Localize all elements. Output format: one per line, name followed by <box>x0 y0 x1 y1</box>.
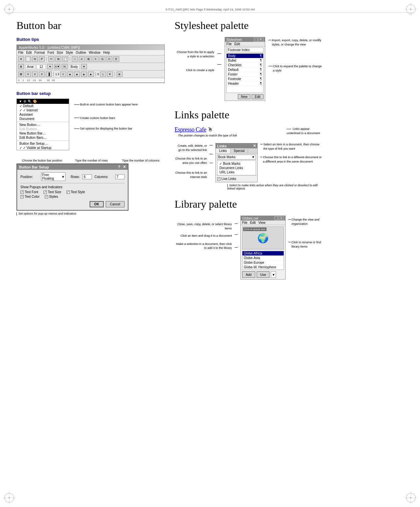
toolbar-btn-t7[interactable]: ▲ <box>67 72 73 77</box>
toolbar-btn-10[interactable]: ⊕ <box>18 64 24 69</box>
toolbar-btn-t12[interactable]: ▼ <box>107 72 113 77</box>
library-menu-file[interactable]: File <box>242 221 247 224</box>
library-use-dropdown[interactable]: ▼ <box>271 271 276 278</box>
stylesheet-minimize-icon[interactable]: - <box>254 38 258 42</box>
menu-font[interactable]: Font <box>47 51 54 54</box>
espresso-link[interactable]: Espresso Cafe <box>175 126 206 133</box>
style-item-footer[interactable]: Footer ¶ <box>227 72 263 77</box>
library-menu-view[interactable]: View <box>258 221 266 224</box>
toolbar-btn-cut[interactable]: ✂ <box>48 56 54 62</box>
stylesheet-edit-btn[interactable]: Edit <box>252 94 263 99</box>
library-add-btn[interactable]: Add <box>242 271 255 278</box>
menu-edit[interactable]: Edit <box>26 51 32 54</box>
toolbar-btn-t1[interactable]: ⊠ <box>18 72 24 77</box>
menu-item-new-button-bar[interactable]: New Button Bar.... <box>17 131 69 135</box>
menu-item-default[interactable]: Default <box>17 104 69 108</box>
ok-button[interactable]: OK <box>90 201 104 207</box>
checkbox-text-style-box[interactable] <box>67 191 70 194</box>
toolbar-btn-draw[interactable]: □ <box>72 56 78 62</box>
menu-size[interactable]: Size <box>57 51 63 54</box>
menu-outline[interactable]: Outline <box>76 51 86 54</box>
links-palette-close-icon[interactable]: ✕ <box>253 144 256 148</box>
rows-input[interactable]: 6 <box>82 174 92 179</box>
appleworks-toolbar-row2: ⊕ Arial 12 ▼ A▼ N Body ▼ <box>17 63 164 71</box>
style-item-checklist[interactable]: Checklist ¶ <box>227 63 263 68</box>
font-size[interactable]: 12 <box>37 64 46 69</box>
menu-help[interactable]: Help <box>103 51 110 54</box>
toolbar-btn-t13[interactable]: ⊞ <box>117 72 123 77</box>
menu-item-document[interactable]: Document <box>17 117 69 121</box>
links-dropdown[interactable]: Book Marks ▼ <box>217 155 256 160</box>
menu-item-assistant[interactable]: Assistant <box>17 112 69 117</box>
menu-item-edit-button-bars[interactable]: Edit Button Bars.... <box>17 135 69 140</box>
menu-item-visible[interactable]: ✓ Visible at Startup <box>17 146 69 150</box>
toolbar-btn-arrow2[interactable]: ▼ <box>47 64 53 69</box>
style-item-default[interactable]: Default ¶ <box>227 68 263 72</box>
toolbar-btn-3[interactable]: P <box>39 56 45 62</box>
library-close-icon[interactable]: ✕ <box>279 216 284 220</box>
position-select[interactable]: Free Floating ▼ <box>41 172 66 181</box>
stylesheet-close-icon[interactable]: ✕ <box>258 38 264 42</box>
checkbox-styles-box[interactable] <box>45 195 48 198</box>
links-item-doc-links[interactable]: Document Links <box>218 166 255 170</box>
style-item-body[interactable]: Body ¶ <box>227 54 263 58</box>
checkbox-text-size-box[interactable] <box>43 191 47 194</box>
toolbar-btn-arrow3[interactable]: ▼ <box>81 64 87 69</box>
lib-item-africa[interactable]: Globe-Africa <box>242 251 284 256</box>
library-menu-edit[interactable]: Edit <box>250 221 256 224</box>
style-dropdown[interactable]: Body <box>69 64 80 69</box>
library-use-btn[interactable]: Use <box>257 271 270 278</box>
style-item-footnote[interactable]: Footnote ¶ <box>227 77 263 81</box>
style-item-bullet[interactable]: Bullet ¶ <box>227 58 263 63</box>
toolbar-btn-9[interactable]: E <box>113 56 119 62</box>
dialog-close-btn[interactable]: ✕ <box>123 165 126 169</box>
menu-format[interactable]: Format <box>34 51 45 54</box>
toolbar-btn-8[interactable]: C <box>106 56 112 62</box>
toolbar-btn-6[interactable]: ≡ <box>93 56 98 62</box>
columns-input[interactable]: 7 <box>115 174 125 179</box>
toolbar-btn-t2[interactable]: ≡ <box>25 72 31 77</box>
lib-item-europe[interactable]: Globe-Europe <box>242 260 284 265</box>
toolbar-btn-2[interactable]: N <box>32 56 38 62</box>
style-item-header[interactable]: Header ¶ <box>227 81 263 86</box>
toolbar-btn-5[interactable]: ⊞ <box>86 56 92 62</box>
toolbar-btn-arrow[interactable]: ▼ <box>18 56 24 62</box>
toolbar-btn-t5[interactable]: ▐ <box>46 72 52 77</box>
menu-item-new-button[interactable]: New Button.... <box>17 123 69 127</box>
toolbar-btn-copy[interactable]: ⧉ <box>55 56 61 62</box>
toolbar-btn-new[interactable]: 📄 <box>25 56 31 62</box>
toolbar-btn-t6[interactable]: ≡ <box>60 72 66 77</box>
checkbox-text-font-box[interactable] <box>20 191 24 194</box>
stylesheet-new-btn[interactable]: New <box>238 94 250 99</box>
toolbar-btn-A[interactable]: A▼ <box>54 64 60 69</box>
toolbar-btn-paste[interactable]: 📋 <box>62 56 68 62</box>
menu-item-setup[interactable]: Button Bar Setup.... <box>17 141 69 146</box>
font-name[interactable]: Arial <box>25 64 35 69</box>
toolbar-btn-t3[interactable]: ≡ <box>32 72 38 77</box>
toolbar-btn-t11[interactable]: 1 <box>100 72 106 77</box>
toolbar-btn-t10[interactable]: ▲ <box>88 72 94 77</box>
library-minimize-icon[interactable]: - <box>274 216 278 220</box>
links-item-url[interactable]: URL Links <box>218 170 255 174</box>
toolbar-btn-7[interactable]: G <box>99 56 105 62</box>
links-live-checkbox[interactable] <box>217 177 220 181</box>
cancel-button[interactable]: Cancel <box>106 201 125 207</box>
toolbar-btn-t8[interactable]: ▲ <box>74 72 80 77</box>
lib-item-west-hemi[interactable]: Globe-W. Hemisphere <box>242 265 284 270</box>
toolbar-btn-t4[interactable]: ≡ <box>39 72 45 77</box>
lib-item-asia[interactable]: Globe-Asia <box>242 256 284 260</box>
toolbar-btn-text[interactable]: A <box>79 56 85 62</box>
stylesheet-menu-edit[interactable]: Edit <box>234 42 240 46</box>
checkbox-text-color-box[interactable] <box>20 195 24 198</box>
toolbar-btn-t9[interactable]: ▲ <box>81 72 87 77</box>
stylesheet-menu-file[interactable]: File <box>226 42 232 46</box>
links-item-bookmarks[interactable]: Book Marks <box>218 162 255 166</box>
dialog-question-mark[interactable]: ? <box>117 165 122 169</box>
links-tab-special[interactable]: Special <box>231 148 248 153</box>
menu-style[interactable]: Style <box>66 51 73 54</box>
menu-window[interactable]: Window <box>89 51 100 54</box>
links-tab-links[interactable]: Links <box>216 148 230 153</box>
menu-file[interactable]: File <box>18 51 23 54</box>
menu-item-internet[interactable]: ✓ Internet <box>17 108 69 112</box>
toolbar-btn-N2[interactable]: N <box>62 64 68 69</box>
